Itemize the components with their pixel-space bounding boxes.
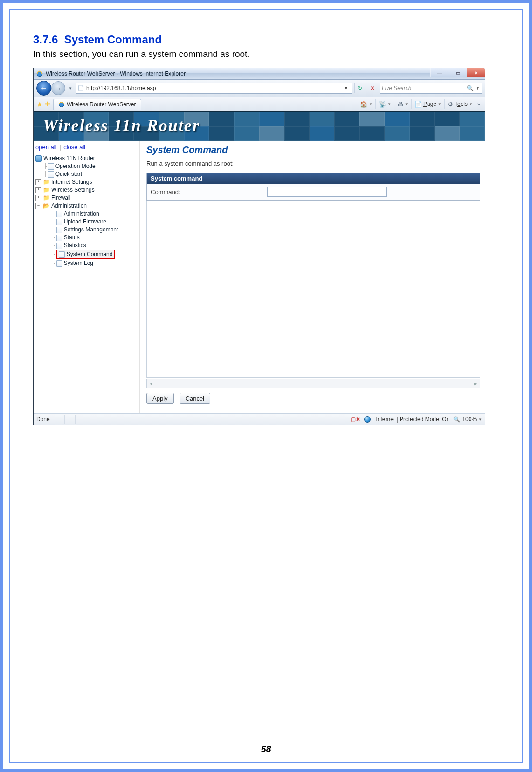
cancel-button[interactable]: Cancel — [180, 393, 210, 404]
open-all-link[interactable]: open all — [35, 144, 57, 151]
status-text: Done — [36, 416, 50, 423]
page-icon — [56, 227, 62, 233]
print-icon: 🖶 — [397, 101, 403, 108]
section-heading: 3.7.6 System Command — [33, 33, 499, 46]
page-icon — [56, 211, 62, 217]
maximize-button[interactable]: ▭ — [449, 68, 467, 77]
tree-item-internet-settings[interactable]: + 📁 Internet Settings — [35, 178, 138, 186]
security-zone-text: Internet | Protected Mode: On — [376, 416, 450, 423]
url-text: http://192.168.1.1/home.asp — [86, 85, 340, 91]
gear-icon: ⚙ — [448, 101, 453, 108]
page-icon — [48, 171, 54, 178]
tree-item-administration-sub[interactable]: ├ Administration — [35, 210, 138, 218]
nav-history-dropdown[interactable]: ▼ — [67, 85, 74, 91]
tree-root[interactable]: Wireless 11N Router — [35, 154, 138, 162]
panel-heading: System command — [147, 173, 480, 184]
tree-item-settings-management[interactable]: ├ Settings Management — [35, 226, 138, 234]
page-title: System Command — [146, 145, 480, 155]
add-favorite-icon[interactable]: ✚ — [45, 100, 50, 108]
security-warning-icon[interactable]: ▢✖ — [351, 416, 360, 423]
forward-button[interactable]: → — [51, 81, 65, 95]
tools-menu-button[interactable]: ⚙Tools▼ — [444, 99, 476, 109]
feeds-button[interactable]: 📡▼ — [375, 99, 394, 109]
output-area[interactable] — [146, 201, 480, 378]
close-button[interactable]: ✕ — [467, 68, 485, 77]
page-icon — [56, 260, 62, 267]
page-icon — [59, 251, 65, 258]
zoom-dropdown-icon[interactable]: ▼ — [478, 417, 482, 422]
close-all-link[interactable]: close all — [63, 144, 85, 151]
folder-icon: 📁 — [43, 186, 50, 194]
tree-item-operation-mode[interactable]: ├ Operation Mode — [35, 162, 138, 170]
apply-button[interactable]: Apply — [146, 393, 174, 404]
tree-item-upload-firmware[interactable]: ├ Upload Firmware — [35, 218, 138, 226]
command-bar: 🏠▼ 📡▼ 🖶▼ 📄Page▼ ⚙Tools▼ » — [357, 99, 482, 109]
tree-item-statistics[interactable]: ├ Statistics — [35, 242, 138, 250]
search-icon[interactable]: 🔍 — [467, 85, 474, 91]
folder-icon: 📁 — [43, 178, 50, 186]
internet-zone-icon — [364, 416, 371, 423]
banner-title: Wireless 11n Router — [43, 116, 200, 135]
tree-item-system-log[interactable]: └ System Log — [35, 259, 138, 267]
home-button[interactable]: 🏠▼ — [357, 99, 375, 109]
tree-item-system-command[interactable]: ├ System Command — [35, 250, 138, 259]
svg-rect-1 — [79, 85, 83, 91]
address-dropdown-icon[interactable]: ▼ — [342, 86, 350, 90]
favorites-icon[interactable]: ★ — [36, 100, 43, 109]
refresh-button[interactable]: ↻ — [354, 83, 365, 93]
search-dropdown-icon[interactable]: ▼ — [476, 86, 480, 90]
nav-tree: Wireless 11N Router ├ Operation Mode ├ Q… — [34, 153, 139, 267]
back-button[interactable]: ← — [36, 81, 51, 96]
expand-icon[interactable]: + — [35, 179, 41, 185]
tree-item-quick-start[interactable]: ├ Quick start — [35, 170, 138, 178]
search-input[interactable]: Live Search 🔍 ▼ — [380, 83, 482, 94]
command-label: Command: — [151, 188, 267, 195]
search-placeholder: Live Search — [382, 85, 465, 91]
page-icon: 📄 — [415, 101, 422, 108]
horizontal-scrollbar[interactable]: ◄► — [146, 379, 480, 388]
ie-icon — [36, 70, 43, 77]
banner: Wireless 11n Router — [34, 111, 485, 141]
page-subtitle: Run a system command as root: — [146, 160, 480, 167]
print-button[interactable]: 🖶▼ — [394, 99, 411, 109]
ie-page-icon — [58, 101, 65, 108]
panel-system-command: System command Command: — [146, 173, 480, 201]
section-number: 3.7.6 — [33, 33, 58, 46]
page-icon — [56, 243, 62, 249]
status-bar: Done ▢✖ Internet | Protected Mode: On 🔍 … — [34, 413, 485, 425]
expand-icon[interactable]: + — [35, 195, 41, 201]
section-text: In this section, you can run a system co… — [33, 49, 499, 59]
command-row: Command: — [147, 184, 480, 200]
toolbar-overflow-icon[interactable]: » — [476, 101, 482, 107]
stop-button[interactable]: ✕ — [367, 83, 378, 93]
page-icon — [56, 219, 62, 225]
page-icon — [56, 235, 62, 241]
address-input[interactable]: http://192.168.1.1/home.asp ▼ — [76, 83, 352, 94]
tree-item-status[interactable]: ├ Status — [35, 234, 138, 242]
section-title: System Command — [64, 33, 162, 46]
tab-active[interactable]: Wireless Router WebServer — [53, 99, 141, 110]
tab-title: Wireless Router WebServer — [67, 101, 136, 108]
tree-item-administration[interactable]: − 📂 Administration — [35, 202, 138, 210]
tab-row: ★ ✚ Wireless Router WebServer 🏠▼ 📡▼ 🖶▼ 📄… — [34, 97, 485, 111]
home-icon: 🏠 — [360, 101, 367, 108]
zoom-icon: 🔍 — [453, 416, 460, 423]
tree-item-firewall[interactable]: + 📁 Firewall — [35, 194, 138, 202]
page-icon — [48, 163, 54, 170]
command-input[interactable] — [267, 187, 387, 197]
sidebar: open all | close all Wireless 11N Router… — [34, 141, 140, 413]
collapse-icon[interactable]: − — [35, 203, 41, 209]
rss-icon: 📡 — [379, 101, 386, 108]
page-menu-button[interactable]: 📄Page▼ — [411, 99, 444, 109]
page-icon — [78, 85, 84, 91]
zoom-control[interactable]: 🔍 100% ▼ — [453, 416, 482, 423]
address-bar: ← → ▼ http://192.168.1.1/home.asp ▼ ↻ ✕ … — [34, 80, 485, 97]
separator: | — [59, 144, 61, 151]
tree-item-wireless-settings[interactable]: + 📁 Wireless Settings — [35, 186, 138, 194]
main-content: System Command Run a system command as r… — [140, 141, 485, 413]
minimize-button[interactable]: — — [430, 68, 449, 77]
expand-icon[interactable]: + — [35, 187, 41, 193]
folder-open-icon: 📂 — [43, 202, 50, 210]
ie-window: Wireless Router WebServer - Windows Inte… — [33, 68, 485, 425]
page-number: 58 — [10, 744, 522, 755]
